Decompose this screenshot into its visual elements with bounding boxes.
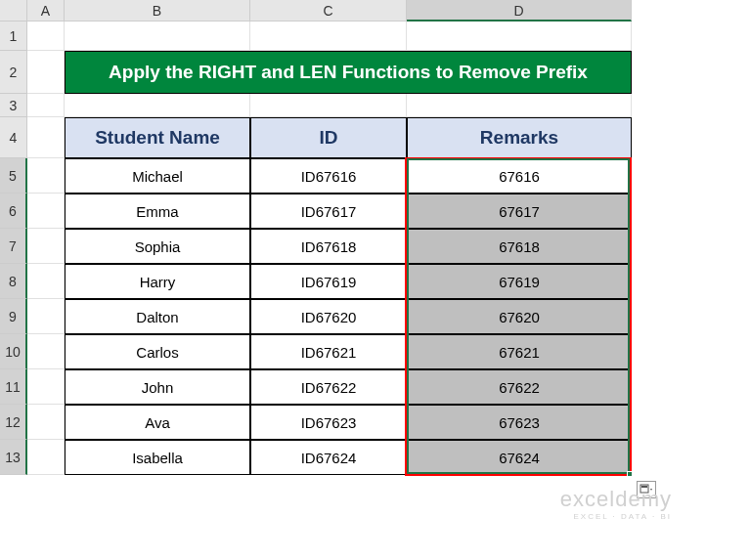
row-header-3[interactable]: 3: [0, 94, 27, 117]
cell-student-name[interactable]: Harry: [65, 264, 250, 299]
row-header-4[interactable]: 4: [0, 117, 27, 158]
table-row: AvaID6762367623: [27, 405, 750, 440]
cell-remarks[interactable]: 67619: [407, 264, 632, 299]
cell-student-name[interactable]: John: [65, 369, 250, 405]
row-header-8[interactable]: 8: [0, 264, 27, 299]
cell-A12[interactable]: [27, 405, 65, 440]
cell-D1[interactable]: [407, 22, 632, 51]
row-header-12[interactable]: 12: [0, 405, 27, 440]
row-header-9[interactable]: 9: [0, 299, 27, 334]
table-row: HarryID6761967619: [27, 264, 750, 299]
cell-id[interactable]: ID67624: [250, 440, 407, 475]
cell-A1[interactable]: [27, 22, 65, 51]
cell-id[interactable]: ID67623: [250, 405, 407, 440]
cell-student-name[interactable]: Isabella: [65, 440, 250, 475]
cell-id[interactable]: ID67617: [250, 194, 407, 229]
cell-A8[interactable]: [27, 264, 65, 299]
fill-handle[interactable]: [627, 471, 633, 477]
cell-remarks[interactable]: 67620: [407, 299, 632, 334]
cell-A2[interactable]: [27, 51, 65, 94]
cell-id[interactable]: ID67618: [250, 229, 407, 264]
col-header-D[interactable]: D: [407, 0, 632, 22]
row-header-2[interactable]: 2: [0, 51, 27, 94]
row-header-11[interactable]: 11: [0, 369, 27, 405]
cell-A11[interactable]: [27, 369, 65, 405]
cell-id[interactable]: ID67619: [250, 264, 407, 299]
table-row: EmmaID6761767617: [27, 194, 750, 229]
col-header-A[interactable]: A: [27, 0, 65, 22]
cell-student-name[interactable]: Dalton: [65, 299, 250, 334]
cell-student-name[interactable]: Michael: [65, 158, 250, 194]
table-row: MichaelID6761667616: [27, 158, 750, 194]
cell-B3[interactable]: [65, 94, 250, 117]
cell-remarks[interactable]: 67621: [407, 334, 632, 369]
grid-body: Apply the RIGHT and LEN Functions to Rem…: [27, 22, 750, 560]
table-row: DaltonID6762067620: [27, 299, 750, 334]
header-student-name[interactable]: Student Name: [65, 117, 250, 158]
cell-id[interactable]: ID67622: [250, 369, 407, 405]
autofill-options-icon[interactable]: [637, 481, 656, 498]
watermark-sub: EXCEL · DATA · BI: [560, 512, 672, 521]
table-row: JohnID6762267622: [27, 369, 750, 405]
cell-student-name[interactable]: Ava: [65, 405, 250, 440]
select-all-corner[interactable]: [0, 0, 27, 22]
spreadsheet-container: A B C D 1 2 3 4 5 6 7 8 9 10 11 12 13: [0, 0, 750, 560]
cell-C3[interactable]: [250, 94, 407, 117]
cell-id[interactable]: ID67620: [250, 299, 407, 334]
column-headers: A B C D: [27, 0, 632, 22]
cell-student-name[interactable]: Sophia: [65, 229, 250, 264]
header-id[interactable]: ID: [250, 117, 407, 158]
table-row: SophiaID6761867618: [27, 229, 750, 264]
row-header-13[interactable]: 13: [0, 440, 27, 475]
row-header-5[interactable]: 5: [0, 158, 27, 194]
cell-A3[interactable]: [27, 94, 65, 117]
row-header-10[interactable]: 10: [0, 334, 27, 369]
cell-A6[interactable]: [27, 194, 65, 229]
row-header-1[interactable]: 1: [0, 22, 27, 51]
cell-A4[interactable]: [27, 117, 65, 158]
row-headers: 1 2 3 4 5 6 7 8 9 10 11 12 13: [0, 22, 27, 560]
cell-id[interactable]: ID67621: [250, 334, 407, 369]
col-header-C[interactable]: C: [250, 0, 407, 22]
table-row: IsabellaID6762467624: [27, 440, 750, 475]
svg-rect-1: [641, 486, 647, 488]
cell-A5[interactable]: [27, 158, 65, 194]
cell-student-name[interactable]: Emma: [65, 194, 250, 229]
cell-B1[interactable]: [65, 22, 250, 51]
cell-A13[interactable]: [27, 440, 65, 475]
cell-remarks[interactable]: 67617: [407, 194, 632, 229]
cell-D3[interactable]: [407, 94, 632, 117]
cell-id[interactable]: ID67616: [250, 158, 407, 194]
row-header-6[interactable]: 6: [0, 194, 27, 229]
cell-remarks[interactable]: 67624: [407, 440, 632, 475]
cell-student-name[interactable]: Carlos: [65, 334, 250, 369]
cell-C1[interactable]: [250, 22, 407, 51]
cell-remarks[interactable]: 67616: [407, 158, 632, 194]
cell-remarks[interactable]: 67622: [407, 369, 632, 405]
row-header-7[interactable]: 7: [0, 229, 27, 264]
header-remarks[interactable]: Remarks: [407, 117, 632, 158]
title-banner[interactable]: Apply the RIGHT and LEN Functions to Rem…: [65, 51, 632, 94]
cell-remarks[interactable]: 67618: [407, 229, 632, 264]
cell-A7[interactable]: [27, 229, 65, 264]
table-row: CarlosID6762167621: [27, 334, 750, 369]
cell-A10[interactable]: [27, 334, 65, 369]
col-header-B[interactable]: B: [65, 0, 250, 22]
cell-remarks[interactable]: 67623: [407, 405, 632, 440]
cell-A9[interactable]: [27, 299, 65, 334]
